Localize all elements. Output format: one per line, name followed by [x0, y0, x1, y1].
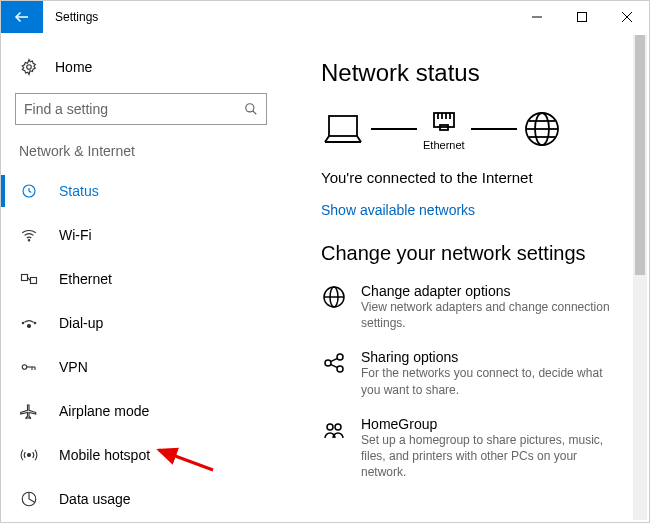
- maximize-icon: [577, 12, 587, 22]
- wifi-icon: [19, 226, 39, 244]
- svg-point-6: [246, 104, 254, 112]
- titlebar: Settings: [1, 1, 649, 33]
- sidebar-item-ethernet[interactable]: Ethernet: [1, 257, 281, 301]
- sidebar-item-label: Airplane mode: [59, 403, 149, 419]
- homegroup-icon: [321, 418, 347, 444]
- sharing-icon: [321, 351, 347, 377]
- diagram-label: Ethernet: [423, 139, 465, 151]
- category-heading: Network & Internet: [1, 139, 281, 169]
- setting-desc: Set up a homegroup to share pictures, mu…: [361, 432, 621, 481]
- close-button[interactable]: [604, 1, 649, 33]
- setting-title: HomeGroup: [361, 416, 621, 432]
- minimize-icon: [532, 12, 542, 22]
- minimize-button[interactable]: [514, 1, 559, 33]
- close-icon: [622, 12, 632, 22]
- svg-point-40: [327, 424, 333, 430]
- svg-line-7: [253, 111, 257, 115]
- setting-desc: For the networks you connect to, decide …: [361, 365, 621, 397]
- show-networks-link[interactable]: Show available networks: [321, 202, 629, 218]
- svg-rect-10: [22, 275, 28, 281]
- diagram-line: [471, 128, 517, 130]
- home-button[interactable]: Home: [1, 47, 281, 87]
- arrow-left-icon: [13, 8, 31, 26]
- search-icon: [244, 102, 258, 116]
- ethernet-plug-icon: [430, 107, 458, 135]
- back-button[interactable]: [1, 1, 43, 33]
- sidebar-item-label: Ethernet: [59, 271, 112, 287]
- section-heading: Change your network settings: [321, 242, 629, 265]
- sidebar-item-label: Mobile hotspot: [59, 447, 150, 463]
- svg-point-13: [28, 325, 31, 328]
- setting-title: Change adapter options: [361, 283, 621, 299]
- airplane-icon: [19, 402, 39, 420]
- maximize-button[interactable]: [559, 1, 604, 33]
- svg-point-35: [325, 360, 331, 366]
- svg-rect-22: [329, 116, 357, 136]
- setting-sharing[interactable]: Sharing options For the networks you con…: [321, 349, 629, 397]
- search-placeholder: Find a setting: [24, 101, 108, 117]
- setting-homegroup[interactable]: HomeGroup Set up a homegroup to share pi…: [321, 416, 629, 481]
- svg-rect-11: [31, 278, 37, 284]
- svg-point-9: [28, 240, 30, 242]
- sidebar-item-label: Wi-Fi: [59, 227, 92, 243]
- status-message: You're connected to the Internet: [321, 169, 629, 186]
- sidebar-item-wifi[interactable]: Wi-Fi: [1, 213, 281, 257]
- network-diagram: Ethernet: [321, 107, 629, 151]
- search-input[interactable]: Find a setting: [15, 93, 267, 125]
- svg-line-38: [331, 359, 338, 362]
- sidebar-item-hotspot[interactable]: Mobile hotspot: [1, 433, 281, 477]
- sidebar-item-status[interactable]: Status: [1, 169, 281, 213]
- diagram-line: [371, 128, 417, 130]
- sidebar: Home Find a setting Network & Internet S…: [1, 33, 281, 522]
- globe-icon: [523, 110, 561, 148]
- sidebar-item-vpn[interactable]: VPN: [1, 345, 281, 389]
- window-title: Settings: [43, 1, 110, 33]
- adapter-icon: [321, 285, 347, 311]
- sidebar-item-airplane[interactable]: Airplane mode: [1, 389, 281, 433]
- dialup-icon: [19, 314, 39, 332]
- gear-icon: [19, 58, 39, 76]
- svg-point-20: [28, 454, 31, 457]
- page-title: Network status: [321, 59, 629, 87]
- data-usage-icon: [19, 490, 39, 508]
- sidebar-item-label: Data usage: [59, 491, 131, 507]
- sidebar-item-label: VPN: [59, 359, 88, 375]
- svg-point-5: [27, 65, 32, 70]
- svg-rect-2: [577, 13, 586, 22]
- ethernet-icon: [19, 270, 39, 288]
- svg-point-36: [337, 354, 343, 360]
- sidebar-item-datausage[interactable]: Data usage: [1, 477, 281, 521]
- hotspot-icon: [19, 446, 39, 464]
- setting-change-adapter[interactable]: Change adapter options View network adap…: [321, 283, 629, 331]
- laptop-icon: [321, 112, 365, 146]
- sidebar-item-dialup[interactable]: Dial-up: [1, 301, 281, 345]
- setting-desc: View network adapters and change connect…: [361, 299, 621, 331]
- svg-point-16: [22, 365, 27, 370]
- home-label: Home: [55, 59, 92, 75]
- scrollbar[interactable]: [633, 35, 647, 520]
- settings-window: Settings Home Find a se: [0, 0, 650, 523]
- main-panel: Network status Ethernet You're connecte: [281, 33, 649, 522]
- sidebar-item-label: Dial-up: [59, 315, 103, 331]
- svg-point-37: [337, 366, 343, 372]
- sidebar-item-label: Status: [59, 183, 99, 199]
- vpn-icon: [19, 358, 39, 376]
- svg-point-41: [335, 424, 341, 430]
- svg-line-39: [331, 365, 338, 368]
- svg-point-15: [34, 322, 36, 324]
- scrollbar-thumb[interactable]: [635, 35, 645, 275]
- svg-point-14: [22, 322, 24, 324]
- status-icon: [19, 182, 39, 200]
- setting-title: Sharing options: [361, 349, 621, 365]
